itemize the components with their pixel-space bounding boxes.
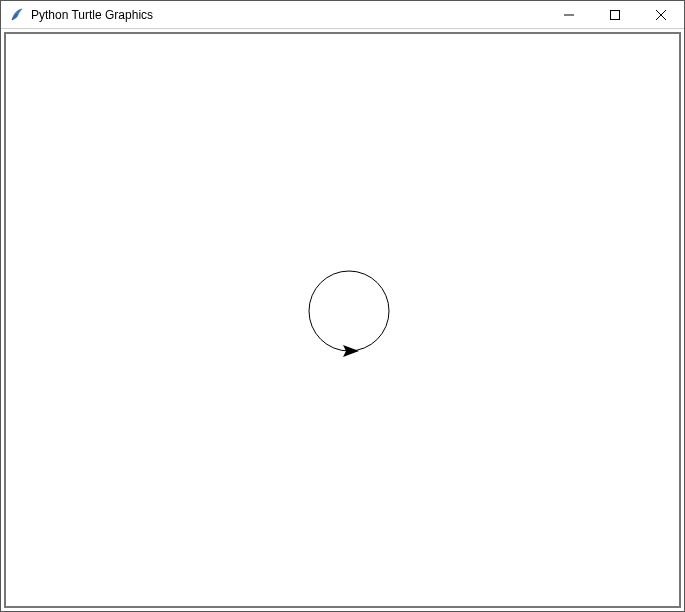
minimize-icon <box>564 10 574 20</box>
titlebar[interactable]: Python Turtle Graphics <box>1 1 684 29</box>
content-area <box>1 29 684 611</box>
window-controls <box>546 1 684 28</box>
app-window: Python Turtle Graphics <box>0 0 685 612</box>
turtle-canvas <box>6 34 679 606</box>
drawn-circle <box>309 271 389 351</box>
window-title: Python Turtle Graphics <box>31 8 153 22</box>
maximize-button[interactable] <box>592 1 638 28</box>
close-icon <box>656 10 666 20</box>
maximize-icon <box>610 10 620 20</box>
close-button[interactable] <box>638 1 684 28</box>
canvas-frame <box>4 32 681 608</box>
minimize-button[interactable] <box>546 1 592 28</box>
svg-rect-1 <box>611 10 620 19</box>
app-feather-icon <box>9 7 25 23</box>
